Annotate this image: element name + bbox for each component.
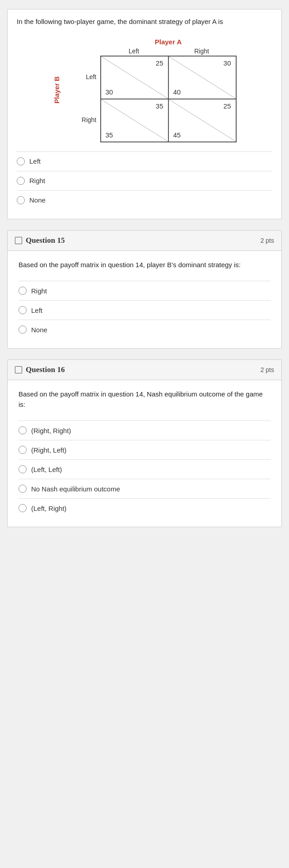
col-header-right: Right <box>168 47 236 55</box>
q16-text: Based on the payoff matrix in question 1… <box>19 389 270 410</box>
q15-options: Right Left None <box>19 281 270 339</box>
q15-body: Based on the payoff matrix in question 1… <box>8 251 281 349</box>
cell-rr: 25 45 <box>168 99 236 142</box>
payoff-grid: 25 30 30 40 <box>100 56 237 142</box>
cell-lr-topright: 30 <box>224 59 231 67</box>
q14-radio-0[interactable] <box>17 157 25 165</box>
row-label-left: Left <box>64 56 100 99</box>
q16-radio-1[interactable] <box>19 446 27 454</box>
q14-radio-2[interactable] <box>17 196 25 204</box>
q15-radio-2[interactable] <box>19 326 27 334</box>
cell-rr-topright: 25 <box>224 102 231 110</box>
q16-header-title: Question 16 <box>15 365 65 374</box>
q16-radio-0[interactable] <box>19 426 27 434</box>
q16-header: Question 16 2 pts <box>8 360 281 380</box>
q15-option-0[interactable]: Right <box>19 281 270 300</box>
row-labels-col: Left Right <box>64 56 100 142</box>
cell-ll-bottomleft: 30 <box>106 88 113 96</box>
q16-options: (Right, Right) (Right, Left) (Left, Left… <box>19 420 270 518</box>
q15-option-label-0: Right <box>31 287 47 295</box>
q16-radio-3[interactable] <box>19 485 27 493</box>
cell-rl: 35 35 <box>101 99 168 142</box>
q15-option-1[interactable]: Left <box>19 300 270 320</box>
player-b-label: Player B <box>53 76 61 104</box>
q16-option-1[interactable]: (Right, Left) <box>19 440 270 459</box>
question-14-card: In the following two-player game, the do… <box>7 9 282 219</box>
payoff-matrix: Player B Player A Left Right Left R <box>17 38 272 142</box>
q15-header: Question 15 2 pts <box>8 231 281 251</box>
q15-text: Based on the payoff matrix in question 1… <box>19 260 270 270</box>
matrix-right-section: Player A Left Right Left Right <box>64 38 237 142</box>
page-wrapper: In the following two-player game, the do… <box>0 0 289 536</box>
q14-radio-1[interactable] <box>17 177 25 185</box>
q16-radio-2[interactable] <box>19 465 27 473</box>
cell-rl-bottomleft: 35 <box>106 131 113 139</box>
cell-ll: 25 30 <box>101 56 168 99</box>
matrix-with-labels: Player B Player A Left Right Left R <box>53 38 237 142</box>
q14-option-label-1: Right <box>29 177 45 184</box>
q16-option-label-1: (Right, Left) <box>31 446 66 454</box>
q15-checkbox-icon <box>15 237 22 244</box>
q15-option-label-1: Left <box>31 307 42 314</box>
cell-rl-topright: 35 <box>156 102 163 110</box>
q15-radio-1[interactable] <box>19 306 27 314</box>
q14-option-2[interactable]: None <box>17 190 272 210</box>
player-a-label: Player A <box>155 38 182 46</box>
question-16-card: Question 16 2 pts Based on the payoff ma… <box>7 359 282 527</box>
q15-title-text: Question 15 <box>26 236 65 245</box>
q16-option-2[interactable]: (Left, Left) <box>19 459 270 479</box>
q14-option-1[interactable]: Right <box>17 171 272 190</box>
q14-option-label-0: Left <box>29 157 41 165</box>
q16-checkbox-icon <box>15 366 22 373</box>
q16-option-0[interactable]: (Right, Right) <box>19 420 270 440</box>
q16-option-label-2: (Left, Left) <box>31 466 62 473</box>
cell-ll-topright: 25 <box>156 59 163 67</box>
q16-option-4[interactable]: (Left, Right) <box>19 498 270 518</box>
q16-title-text: Question 16 <box>26 365 65 374</box>
col-header-left: Left <box>100 47 168 55</box>
q15-header-title: Question 15 <box>15 236 65 245</box>
row-label-right: Right <box>64 99 100 142</box>
q15-pts: 2 pts <box>261 237 274 244</box>
q14-text: In the following two-player game, the do… <box>17 17 272 27</box>
cell-rr-bottomleft: 45 <box>173 131 181 139</box>
q14-options: Left Right None <box>17 151 272 210</box>
q15-option-2[interactable]: None <box>19 320 270 339</box>
q16-option-label-0: (Right, Right) <box>31 427 71 434</box>
q16-body: Based on the payoff matrix in question 1… <box>8 380 281 527</box>
q16-option-label-4: (Left, Right) <box>31 505 66 512</box>
q15-option-label-2: None <box>31 326 47 334</box>
player-a-row: Player A <box>64 38 237 46</box>
q14-body: In the following two-player game, the do… <box>8 9 281 219</box>
q16-option-label-3: No Nash equilibrium outcome <box>31 485 120 493</box>
grid-with-rowlabels: Left Right 25 30 <box>64 56 237 142</box>
question-15-card: Question 15 2 pts Based on the payoff ma… <box>7 230 282 349</box>
col-headers-row: Left Right <box>100 47 237 55</box>
q16-radio-4[interactable] <box>19 504 27 512</box>
q14-option-0[interactable]: Left <box>17 151 272 171</box>
q14-option-label-2: None <box>29 196 46 204</box>
q16-pts: 2 pts <box>261 366 274 373</box>
q16-option-3[interactable]: No Nash equilibrium outcome <box>19 479 270 498</box>
cell-lr-bottomleft: 40 <box>173 88 181 96</box>
q15-radio-0[interactable] <box>19 287 27 295</box>
cell-lr: 30 40 <box>168 56 236 99</box>
